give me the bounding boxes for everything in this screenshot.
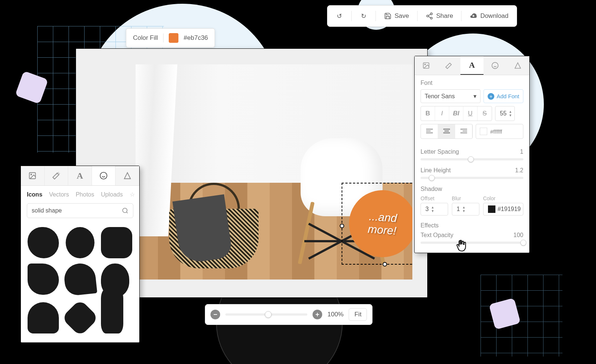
tab-shape[interactable] <box>115 166 139 185</box>
top-toolbar: ↺ ↻ Save Share Download <box>327 5 517 27</box>
subtab-uploads[interactable]: Uploads <box>101 191 123 198</box>
subtab-icons[interactable]: Icons <box>27 191 42 198</box>
shadow-color-input[interactable]: #191919 <box>483 203 523 215</box>
redo-button[interactable]: ↻ <box>355 9 372 23</box>
zoom-slider-thumb[interactable] <box>265 311 272 318</box>
svg-line-11 <box>126 212 127 213</box>
slider-thumb[interactable] <box>468 156 474 162</box>
tab-image-props[interactable] <box>415 56 438 75</box>
add-font-label: Add Font <box>497 93 519 99</box>
tab-emoji[interactable] <box>92 166 116 185</box>
stepper-icon[interactable]: ▲▼ <box>462 205 466 213</box>
bold-button[interactable]: B <box>421 106 435 121</box>
stepper-icon[interactable]: ▲▼ <box>509 110 512 117</box>
shadow-color-swatch <box>488 205 495 213</box>
tab-emoji-props[interactable] <box>484 56 507 75</box>
shape-result[interactable] <box>101 227 132 258</box>
zoom-out-button[interactable]: − <box>210 310 220 319</box>
redo-icon: ↻ <box>360 12 367 20</box>
shape-result[interactable] <box>63 262 97 296</box>
color-fill-hex[interactable]: #eb7c36 <box>184 34 208 42</box>
badge-text-line1: ...and <box>369 210 397 224</box>
letter-spacing-slider[interactable] <box>421 158 523 160</box>
text-opacity-label: Text Opacity <box>421 232 453 239</box>
search-value: solid shape <box>32 207 62 214</box>
zoom-bar: − + 100% Fit <box>205 304 372 325</box>
slider-thumb[interactable] <box>429 175 435 181</box>
font-family-select[interactable]: Tenor Sans ▾ <box>421 89 481 103</box>
properties-tabs: A <box>415 56 529 75</box>
svg-point-13 <box>425 64 426 65</box>
stepper-icon[interactable]: ▲▼ <box>431 205 434 213</box>
undo-icon: ↺ <box>336 12 343 20</box>
strikethrough-button[interactable]: S <box>478 106 492 121</box>
slider-thumb[interactable] <box>520 240 526 246</box>
zoom-slider[interactable] <box>225 313 307 316</box>
subtab-photos[interactable]: Photos <box>76 191 94 198</box>
canvas-artboard[interactable]: Home Organization Tips ↻ ...and more! <box>136 64 412 280</box>
cursor-pointer-icon <box>455 239 468 253</box>
line-height-label: Line Height <box>421 167 451 174</box>
divider <box>375 11 376 21</box>
color-fill-bar: Color Fill #eb7c36 <box>126 28 215 48</box>
tab-text[interactable]: A <box>68 166 92 185</box>
shape-result[interactable] <box>28 302 59 333</box>
svg-point-14 <box>492 63 498 69</box>
shape-result[interactable] <box>28 264 59 295</box>
subtab-vectors[interactable]: Vectors <box>49 191 69 198</box>
tab-shape-props[interactable] <box>506 56 529 75</box>
text-color-hex: #ffffff <box>490 128 502 135</box>
text-align-group <box>421 124 473 139</box>
zoom-in-button[interactable]: + <box>313 310 322 319</box>
font-size-value: 55 <box>500 110 507 117</box>
text-opacity-value: 100 <box>513 232 523 239</box>
zoom-percent: 100% <box>327 311 343 318</box>
text-opacity-slider[interactable] <box>421 242 523 244</box>
zoom-fit-button[interactable]: Fit <box>349 308 367 321</box>
font-section-label: Font <box>421 80 432 86</box>
assets-panel-tabs: A <box>21 166 139 186</box>
save-label: Save <box>394 12 409 20</box>
share-label: Share <box>436 12 453 20</box>
text-color-input[interactable]: #ffffff <box>476 124 523 139</box>
assets-panel: A Icons Vectors Photos Uploads ☆ solid s… <box>20 166 140 343</box>
download-button[interactable]: Download <box>465 9 514 23</box>
tab-magic[interactable] <box>45 166 69 185</box>
share-button[interactable]: Share <box>421 9 458 23</box>
add-font-button[interactable]: + Add Font <box>484 89 523 103</box>
assets-search-input[interactable]: solid shape <box>27 203 133 218</box>
align-left-button[interactable] <box>421 124 438 138</box>
text-style-group: B I BI U S <box>421 106 492 121</box>
line-height-slider[interactable] <box>421 177 523 179</box>
shape-result[interactable] <box>66 227 94 258</box>
shadow-offset-input[interactable]: 3▲▼ <box>421 203 448 215</box>
text-color-swatch <box>480 128 487 135</box>
svg-point-2 <box>431 17 432 19</box>
tab-magic-props[interactable] <box>438 56 461 75</box>
divider <box>351 11 352 21</box>
save-button[interactable]: Save <box>379 9 414 23</box>
bold-italic-button[interactable]: BI <box>449 106 463 121</box>
color-fill-swatch[interactable] <box>169 33 178 43</box>
svg-point-1 <box>427 15 429 17</box>
shape-result[interactable] <box>101 289 123 333</box>
font-size-input[interactable]: 55 ▲▼ <box>495 106 515 121</box>
scene-basket <box>169 183 259 268</box>
tab-text-props[interactable]: A <box>460 56 484 75</box>
shape-result[interactable] <box>28 227 59 258</box>
shadow-offset-label: Offset <box>421 195 448 201</box>
italic-button[interactable]: I <box>435 106 449 121</box>
align-center-button[interactable] <box>438 124 455 138</box>
tab-image[interactable] <box>21 166 45 185</box>
text-icon: A <box>77 171 83 181</box>
properties-panel: A Font Tenor Sans ▾ + Add Font B I BI U … <box>414 56 530 253</box>
effects-label: Effects <box>421 222 439 229</box>
shadow-blur-input[interactable]: 1▲▼ <box>452 203 479 215</box>
undo-button[interactable]: ↺ <box>330 9 348 23</box>
letter-spacing-value: 1 <box>520 149 523 155</box>
favorites-star-icon[interactable]: ☆ <box>130 191 135 198</box>
shape-result[interactable] <box>61 299 99 337</box>
svg-line-4 <box>428 14 431 15</box>
align-right-button[interactable] <box>455 124 472 138</box>
underline-button[interactable]: U <box>463 106 478 121</box>
